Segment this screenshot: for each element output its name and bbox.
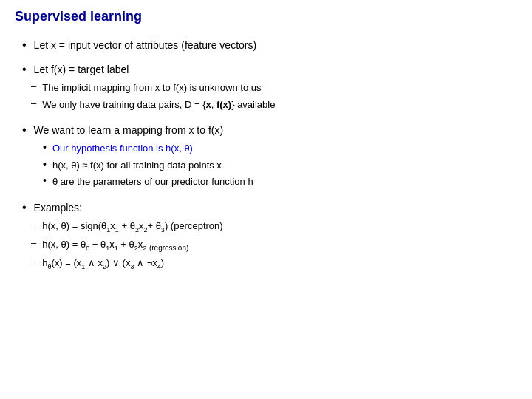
sub-text: The implicit mapping from x to f(x) is u…: [42, 81, 261, 95]
dash-icon: –: [31, 81, 36, 92]
examples-list: – h(x, θ) = sign(θ1x1 + θ2x2+ θ3) (perce…: [22, 219, 223, 274]
page-container: Supervised learning • Let x = input vect…: [15, 9, 517, 274]
sub-text: h(x, θ) = sign(θ1x1 + θ2x2+ θ3) (percept…: [42, 219, 222, 235]
sub-text: We only have training data pairs, D = {x…: [42, 98, 275, 112]
inner-text: h(x, θ) ≈ f(x) for all training data poi…: [52, 158, 222, 173]
list-item: • θ are the parameters of our predictor …: [43, 174, 253, 189]
list-item: • Our hypothesis function is h(x, θ): [43, 141, 253, 156]
dash-icon: –: [31, 219, 36, 230]
list-item: • Let x = input vector of attributes (fe…: [22, 38, 517, 53]
dash-icon: –: [31, 256, 36, 267]
bullet-dot: •: [22, 38, 27, 52]
list-item: – hθ(x) = (x1 ∧ x2) ∨ (x3 ∧ ¬x4): [31, 256, 223, 272]
inner-list: • Our hypothesis function is h(x, θ) • h…: [22, 141, 253, 191]
list-item: – The implicit mapping from x to f(x) is…: [31, 81, 275, 95]
bullet-text: We want to learn a mapping from x to f(x…: [34, 123, 224, 138]
list-item: – h(x, θ) = θ0 + θ1x1 + θ2x2 (regression…: [31, 237, 223, 253]
list-item: • h(x, θ) ≈ f(x) for all training data p…: [43, 158, 253, 173]
sub-list: – The implicit mapping from x to f(x) is…: [22, 81, 275, 114]
list-item: • Examples: – h(x, θ) = sign(θ1x1 + θ2x2…: [22, 200, 517, 274]
main-content: • Let x = input vector of attributes (fe…: [15, 38, 517, 274]
bullet-text: Examples:: [34, 200, 82, 216]
bullet-dot: •: [43, 158, 47, 170]
bullet-dot: •: [22, 63, 27, 76]
page-title: Supervised learning: [15, 9, 517, 24]
dash-icon: –: [31, 98, 36, 109]
sub-text: hθ(x) = (x1 ∧ x2) ∨ (x3 ∧ ¬x4): [42, 256, 164, 272]
sub-text: h(x, θ) = θ0 + θ1x1 + θ2x2 (regression): [42, 237, 188, 253]
bullet-dot: •: [22, 123, 27, 137]
bullet-dot: •: [43, 141, 47, 153]
bullet-text: Let x = input vector of attributes (feat…: [34, 38, 257, 53]
list-item: – We only have training data pairs, D = …: [31, 98, 275, 112]
list-item: – h(x, θ) = sign(θ1x1 + θ2x2+ θ3) (perce…: [31, 219, 223, 235]
dash-icon: –: [31, 237, 36, 248]
bullet-dot: •: [22, 201, 27, 214]
bullet-text: Let f(x) = target label: [34, 62, 129, 78]
bullet-dot: •: [43, 174, 47, 186]
list-item: • We want to learn a mapping from x to f…: [22, 123, 517, 191]
list-item: • Let f(x) = target label – The implicit…: [22, 62, 517, 114]
inner-text: Our hypothesis function is h(x, θ): [52, 141, 193, 156]
inner-text: θ are the parameters of our predictor fu…: [52, 174, 253, 189]
